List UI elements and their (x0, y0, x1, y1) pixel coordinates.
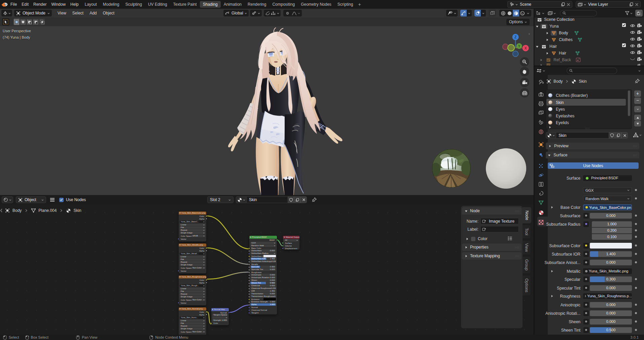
svg-text:Z: Z (228, 11, 229, 13)
svg-text:Z: Z (514, 35, 516, 39)
svg-text:X: X (525, 46, 527, 50)
svg-text:Y: Y (518, 44, 521, 48)
